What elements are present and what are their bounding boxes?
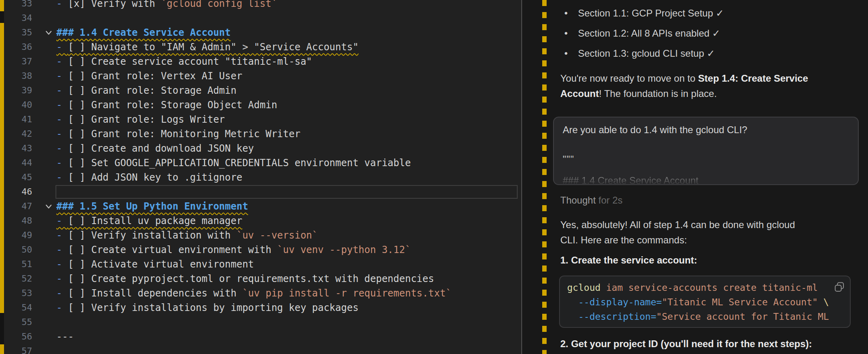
assistant-paragraph: You're now ready to move on to Step 1.4:… (560, 71, 867, 101)
editor-line[interactable]: 48- [ ] Install uv package manager (4, 214, 522, 228)
copy-icon (833, 281, 845, 293)
bullet-icon: • (564, 23, 568, 43)
editor-line[interactable]: 47### 1.5 Set Up Python Environment (4, 199, 522, 214)
editor-line[interactable]: 52- [ ] Create pyproject.toml or require… (4, 272, 522, 286)
editor-line[interactable]: 41- [ ] Grant role: Logs Writer (4, 112, 522, 127)
left-dashed-border (0, 344, 4, 354)
line-number: 43 (11, 141, 32, 156)
editor-line[interactable]: 39- [ ] Grant role: Storage Admin (4, 83, 522, 98)
editor-line[interactable]: 46 (4, 185, 522, 199)
editor-line[interactable]: 54- [ ] Verify installations by importin… (4, 300, 522, 315)
fold-chevron-icon[interactable] (44, 28, 53, 37)
checklist-summary: •Section 1.1: GCP Project Setup ✓•Sectio… (560, 0, 867, 64)
line-number: 53 (11, 286, 32, 300)
chat-panel: •Section 1.1: GCP Project Setup ✓•Sectio… (522, 0, 868, 354)
thought-duration: for 2s (596, 195, 623, 206)
line-number: 35 (11, 25, 32, 40)
copy-button[interactable] (833, 281, 846, 294)
editor-line[interactable]: 53- [ ] Install dependencies with `uv pi… (4, 286, 522, 300)
editor-line[interactable]: 36- [ ] Navigate to "IAM & Admin" > "Ser… (4, 40, 522, 54)
bullet-icon: • (564, 43, 568, 64)
editor-line-text: - [ ] Grant role: Vertex AI User (56, 69, 242, 83)
bullet-icon: • (564, 3, 568, 23)
editor-line-text: - [ ] Verify installation with `uv --ver… (56, 228, 318, 243)
editor-line[interactable]: 40- [ ] Grant role: Storage Object Admin (4, 98, 522, 112)
thought-summary[interactable]: Thought for 2s (560, 195, 867, 206)
line-number: 37 (11, 54, 32, 69)
editor-line-text: - [ ] Create service account "titanic-ml… (56, 54, 312, 69)
user-message[interactable]: Are you able to do 1.4 with the gcloud C… (553, 117, 859, 185)
line-number: 52 (11, 272, 32, 286)
line-number: 44 (11, 156, 32, 170)
line-number: 54 (11, 300, 32, 315)
code-line: --description="Service account for Titan… (567, 309, 843, 324)
line-number: 40 (11, 98, 32, 112)
editor-line[interactable]: 34 (4, 11, 522, 25)
line-number: 49 (11, 228, 32, 243)
editor-line-text: - [ ] Grant role: Logs Writer (56, 112, 225, 127)
line-number: 46 (11, 185, 32, 199)
user-message-text: Are you able to do 1.4 with the gcloud C… (563, 123, 849, 137)
editor-line[interactable]: 56--- (4, 329, 522, 344)
editor-line[interactable]: 50- [ ] Create virtual environment with … (4, 243, 522, 257)
editor-line[interactable]: 44- [ ] Set GOOGLE_APPLICATION_CREDENTIA… (4, 156, 522, 170)
fold-chevron-icon[interactable] (44, 202, 53, 211)
editor-line-text: ### 1.4 Create Service Account (56, 25, 230, 40)
editor-line[interactable]: 57 (4, 344, 522, 354)
step-heading: 2. Get your project ID (you'll need it f… (560, 336, 867, 352)
left-dashed-border (0, 0, 4, 11)
line-number: 33 (11, 0, 32, 11)
editor-line-text: - [ ] Grant role: Monitoring Metric Writ… (56, 127, 300, 141)
line-number: 42 (11, 127, 32, 141)
editor-line[interactable]: 43- [ ] Create and download JSON key (4, 141, 522, 156)
left-dashed-border (0, 23, 4, 313)
vscode-window: 33- [x] Verify with `gcloud config list`… (0, 0, 868, 354)
editor-line-text: - [ ] Verify installations by importing … (56, 300, 358, 315)
editor-line-text: - [ ] Grant role: Storage Object Admin (56, 98, 277, 112)
line-number: 45 (11, 170, 32, 185)
code-line: --display-name="Titanic ML Service Accou… (567, 295, 843, 309)
checklist-item: •Section 1.2: All 8 APIs enabled ✓ (560, 23, 867, 43)
line-number: 38 (11, 69, 32, 83)
current-line-highlight (56, 185, 518, 199)
editor-line[interactable]: 35### 1.4 Create Service Account (4, 25, 522, 40)
editor-line[interactable]: 51- [ ] Activate virtual environment (4, 257, 522, 272)
line-number: 51 (11, 257, 32, 272)
editor-line[interactable]: 38- [ ] Grant role: Vertex AI User (4, 69, 522, 83)
thought-label: Thought (560, 195, 596, 206)
editor-line-text: - [ ] Install uv package manager (56, 214, 242, 228)
editor-line[interactable]: 42- [ ] Grant role: Monitoring Metric Wr… (4, 127, 522, 141)
line-number: 50 (11, 243, 32, 257)
editor-line[interactable]: 45- [ ] Add JSON key to .gitignore (4, 170, 522, 185)
editor-line-text: - [ ] Install dependencies with `uv pip … (56, 286, 452, 300)
line-number: 47 (11, 199, 32, 214)
code-block: gcloud iam service-accounts create titan… (559, 276, 851, 328)
editor-line-text: - [ ] Activate virtual environment (56, 257, 254, 272)
line-number: 55 (11, 315, 32, 329)
editor-line[interactable]: 55 (4, 315, 522, 329)
line-number: 41 (11, 112, 32, 127)
editor-line-text: - [ ] Create virtual environment with `u… (56, 243, 411, 257)
checklist-item: •Section 1.3: gcloud CLI setup ✓ (560, 43, 867, 64)
editor-line-text: - [ ] Create pyproject.toml or requireme… (56, 272, 434, 286)
line-number: 39 (11, 83, 32, 98)
chat-thread: •Section 1.1: GCP Project Setup ✓•Sectio… (560, 0, 867, 352)
user-message-quotes: """ (563, 154, 849, 165)
checklist-item: •Section 1.1: GCP Project Setup ✓ (560, 3, 867, 23)
editor-line-text: - [ ] Create and download JSON key (56, 141, 254, 156)
line-number: 34 (11, 11, 32, 25)
line-number: 36 (11, 40, 32, 54)
editor-line-text: - [ ] Grant role: Storage Admin (56, 83, 237, 98)
line-number: 56 (11, 329, 32, 344)
line-number: 57 (11, 344, 32, 354)
editor-line[interactable]: 49- [ ] Verify installation with `uv --v… (4, 228, 522, 243)
editor-line-text: ### 1.5 Set Up Python Environment (56, 199, 248, 214)
editor-line-text: - [ ] Set GOOGLE_APPLICATION_CREDENTIALS… (56, 156, 411, 170)
editor-line[interactable]: 33- [x] Verify with `gcloud config list` (4, 0, 522, 11)
editor-line[interactable]: 37- [ ] Create service account "titanic-… (4, 54, 522, 69)
editor-line-text: --- (56, 329, 74, 344)
step-heading: 1. Create the service account: (560, 253, 867, 268)
code-line: gcloud iam service-accounts create titan… (567, 280, 843, 295)
editor-pane: 33- [x] Verify with `gcloud config list`… (4, 0, 522, 354)
editor-line-text: - [ ] Navigate to "IAM & Admin" > "Servi… (56, 40, 358, 54)
